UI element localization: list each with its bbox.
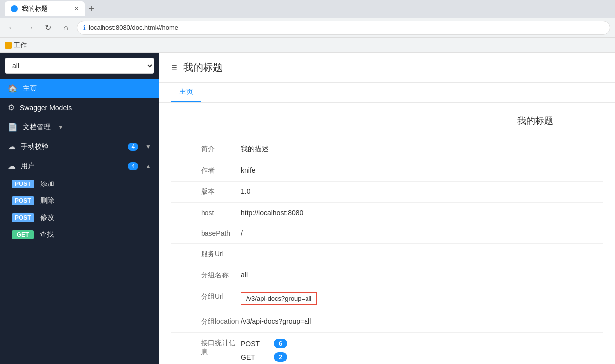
api-item-get-search[interactable]: GET 查找 [0, 226, 159, 243]
sidebar-home-label: 主页 [23, 84, 37, 93]
refresh-button[interactable]: ↻ [41, 21, 55, 35]
browser-chrome: 我的标题 × + [0, 0, 615, 18]
lock-icon: ℹ [83, 24, 86, 31]
value-group-location: /v3/api-docs?group=all [241, 317, 311, 326]
stat-post-count: 6 [274, 339, 287, 348]
sidebar-search-container: all [0, 53, 159, 79]
home-icon: 🏠 [8, 84, 18, 93]
cloud-icon: ☁ [8, 142, 16, 151]
bookmarks-bar: 工作 [0, 38, 615, 53]
main-content: ≡ 我的标题 主页 我的标题 简介 我的描述 作者 knife [159, 53, 615, 364]
info-row-host: host http://localhost:8080 [171, 203, 603, 223]
browser-tab[interactable]: 我的标题 × [5, 1, 85, 16]
api-name-search: 查找 [40, 230, 54, 239]
value-group-name: all [241, 271, 248, 280]
sidebar-swagger-label: Swagger Models [20, 104, 72, 112]
api-item-post-update[interactable]: POST 修改 [0, 209, 159, 226]
api-item-post-add[interactable]: POST 添加 [0, 176, 159, 192]
main-tabs: 主页 [159, 83, 615, 103]
tab-close-button[interactable]: × [74, 4, 79, 13]
browser-toolbar: ← → ↻ ⌂ ℹ localhost:8080/doc.html#/home [0, 18, 615, 38]
info-row-basepath: basePath / [171, 223, 603, 244]
sidebar-users-label: 用户 [21, 162, 35, 171]
label-author: 作者 [171, 166, 241, 175]
users-chevron-up-icon: ▲ [145, 163, 151, 170]
info-row-group-location: 分组location /v3/api-docs?group=all [171, 311, 603, 333]
info-row-service-url: 服务Url [171, 244, 603, 265]
value-author: knife [241, 166, 256, 175]
api-name-add: 添加 [40, 180, 54, 188]
label-host: host [171, 209, 241, 217]
tab-favicon [11, 5, 18, 12]
main-header: ≡ 我的标题 [159, 53, 615, 83]
info-row-version: 版本 1.0 [171, 182, 603, 203]
info-row-intro: 简介 我的描述 [171, 139, 603, 160]
value-version: 1.0 [241, 187, 250, 196]
main-body: 我的标题 简介 我的描述 作者 knife 版本 1.0 [159, 103, 615, 364]
sidebar: all 🏠 主页 ⚙ Swagger Models 📄 文档管理 ▼ ☁ 手动校… [0, 53, 159, 364]
stats-row-post: POST 6 [241, 339, 287, 348]
manual-verify-badge: 4 [128, 143, 138, 151]
doc-icon: 📄 [8, 122, 18, 132]
tab-title: 我的标题 [22, 4, 48, 13]
value-intro: 我的描述 [241, 145, 269, 154]
sidebar-manual-label: 手动校验 [21, 142, 49, 151]
label-stats: 接口统计信息 [171, 339, 241, 364]
stats-row-get: GET 2 [241, 352, 287, 362]
info-row-author: 作者 knife [171, 160, 603, 182]
group-select[interactable]: all [5, 58, 154, 74]
sidebar-doc-label: 文档管理 [23, 123, 51, 132]
label-intro: 简介 [171, 145, 241, 154]
sidebar-item-doc-manage[interactable]: 📄 文档管理 ▼ [0, 117, 159, 137]
users-badge: 4 [128, 162, 138, 170]
stats-container: POST 6 GET 2 [241, 339, 287, 364]
address-text: localhost:8080/doc.html#/home [89, 24, 178, 31]
value-basepath: / [241, 229, 243, 237]
swagger-icon: ⚙ [8, 103, 15, 112]
bookmark-label: 工作 [14, 41, 27, 50]
post-badge-add: POST [12, 180, 34, 188]
address-bar[interactable]: ℹ localhost:8080/doc.html#/home [77, 21, 610, 35]
bookmark-work[interactable]: 工作 [5, 41, 27, 50]
info-row-group-url: 分组Url /v3/api-docs?group=all [171, 286, 603, 311]
post-badge-update: POST [12, 213, 34, 222]
app-layout: all 🏠 主页 ⚙ Swagger Models 📄 文档管理 ▼ ☁ 手动校… [0, 53, 615, 364]
bookmark-folder-icon [5, 42, 12, 49]
label-group-name: 分组名称 [171, 271, 241, 280]
manual-chevron-down-icon: ▼ [145, 143, 151, 150]
sidebar-item-home[interactable]: 🏠 主页 [0, 79, 159, 98]
label-service-url: 服务Url [171, 250, 241, 259]
get-badge-search: GET [12, 230, 34, 239]
api-item-post-delete[interactable]: POST 删除 [0, 192, 159, 209]
label-basepath: basePath [171, 229, 241, 237]
new-tab-button[interactable]: + [89, 3, 95, 15]
users-cloud-icon: ☁ [8, 161, 16, 171]
tab-home[interactable]: 主页 [171, 83, 201, 102]
stat-get-label: GET [241, 353, 266, 361]
menu-icon: ≡ [171, 62, 177, 73]
forward-button[interactable]: → [23, 21, 37, 35]
info-row-stats: 接口统计信息 POST 6 GET 2 [171, 333, 603, 364]
stat-get-count: 2 [274, 352, 287, 362]
info-table: 简介 我的描述 作者 knife 版本 1.0 host http://loca… [171, 139, 603, 364]
home-button[interactable]: ⌂ [59, 21, 73, 35]
api-name-update: 修改 [40, 213, 54, 222]
post-badge-delete: POST [12, 196, 34, 205]
label-group-url: 分组Url [171, 292, 241, 305]
sidebar-item-swagger-models[interactable]: ⚙ Swagger Models [0, 98, 159, 117]
sidebar-item-users[interactable]: ☁ 用户 4 ▲ [0, 156, 159, 176]
api-name-delete: 删除 [40, 196, 54, 205]
value-group-url: /v3/api-docs?group=all [241, 292, 317, 305]
label-version: 版本 [171, 187, 241, 196]
doc-chevron-down-icon: ▼ [58, 124, 64, 131]
stat-post-label: POST [241, 340, 266, 348]
sidebar-item-manual-verify[interactable]: ☁ 手动校验 4 ▼ [0, 137, 159, 156]
content-title: 我的标题 [171, 115, 603, 127]
label-group-location: 分组location [171, 317, 241, 326]
value-host: http://localhost:8080 [241, 209, 303, 217]
info-row-group-name: 分组名称 all [171, 265, 603, 286]
back-button[interactable]: ← [5, 21, 19, 35]
page-title: 我的标题 [183, 61, 223, 74]
